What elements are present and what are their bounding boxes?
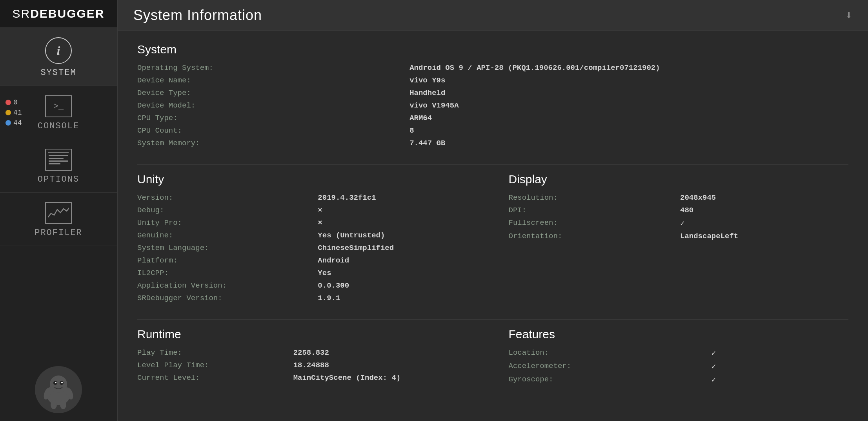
system-section: System Operating System: Android OS 9 / …: [137, 43, 848, 149]
device-model-label: Device Model:: [137, 100, 402, 111]
runtime-section: Runtime Play Time: 2258.832 Level Play T…: [137, 328, 477, 386]
svg-point-9: [60, 400, 66, 409]
display-section: Display Resolution: 2048x945 DPI: 480 Fu…: [509, 173, 849, 304]
sidebar-item-profiler[interactable]: PROFILER: [0, 193, 117, 246]
logo-sr: SR: [12, 7, 30, 20]
unity-info-table: Version: 2019.4.32f1c1 Debug: × Unity Pr…: [137, 192, 477, 304]
display-section-title: Display: [509, 173, 849, 186]
accelerometer-label: Accelerometer:: [509, 361, 704, 372]
main-content: System Information ⬇ System Operating Sy…: [118, 0, 868, 421]
options-row-3: [49, 160, 68, 162]
mascot-icon: [35, 366, 82, 413]
system-section-title: System: [137, 43, 848, 56]
platform-value: Android: [318, 255, 477, 266]
device-name-value: vivo Y9s: [409, 75, 848, 86]
badge-area: 0 41 44: [5, 98, 22, 127]
badge-yellow-count: 41: [13, 109, 22, 117]
unity-version-value: 2019.4.32f1c1: [318, 192, 477, 203]
orientation-label: Orientation:: [509, 231, 673, 242]
main-body: System Operating System: Android OS 9 / …: [118, 31, 868, 421]
badge-red: 0: [5, 98, 22, 106]
location-label: Location:: [509, 347, 704, 359]
sidebar-logo: SRDEBUGGER: [0, 0, 117, 27]
profiler-icon: [45, 202, 72, 224]
device-model-value: vivo V1945A: [409, 100, 848, 111]
svg-point-1: [50, 375, 67, 393]
fullscreen-label: Fullscreen:: [509, 217, 673, 229]
console-icon: >_: [45, 95, 72, 117]
gyroscope-value: ✓: [712, 374, 848, 386]
badge-red-count: 0: [13, 98, 18, 106]
cpu-type-label: CPU Type:: [137, 113, 402, 124]
badge-dot-yellow: [5, 110, 11, 115]
badge-blue-count: 44: [13, 119, 22, 127]
cpu-type-value: ARM64: [409, 113, 848, 124]
device-type-label: Device Type:: [137, 87, 402, 98]
mascot-svg: [39, 370, 78, 409]
resolution-label: Resolution:: [509, 192, 673, 203]
sr-version-value: 1.9.1: [318, 293, 477, 304]
console-prompt-symbol: >_: [53, 102, 64, 111]
system-memory-value: 7.447 GB: [409, 138, 848, 149]
unity-pro-label: Unity Pro:: [137, 217, 310, 228]
orientation-value: LandscapeLeft: [680, 231, 848, 242]
sidebar-item-options-label: OPTIONS: [38, 175, 79, 184]
features-info-table: Location: ✓ Accelerometer: ✓ Gyroscope: …: [509, 347, 849, 386]
device-type-value: Handheld: [409, 87, 848, 98]
svg-point-8: [51, 400, 57, 409]
unity-debug-value: ×: [318, 205, 477, 216]
info-icon: i: [45, 37, 72, 64]
runtime-section-title: Runtime: [137, 328, 477, 341]
sidebar-mascot: [27, 358, 90, 421]
app-version-label: Application Version:: [137, 280, 310, 291]
runtime-info-table: Play Time: 2258.832 Level Play Time: 18.…: [137, 347, 477, 383]
os-label: Operating System:: [137, 62, 402, 73]
badge-dot-red: [5, 100, 11, 105]
system-memory-label: System Memory:: [137, 138, 402, 149]
options-icon-rows: [47, 153, 70, 166]
device-name-label: Device Name:: [137, 75, 402, 86]
fullscreen-value: ✓: [680, 217, 848, 229]
badge-yellow: 41: [5, 109, 22, 117]
current-level-value: MainCityScene (Index: 4): [293, 372, 477, 383]
features-section-title: Features: [509, 328, 849, 341]
page-title: System Information: [133, 7, 262, 24]
il2cpp-label: IL2CPP:: [137, 268, 310, 279]
download-icon[interactable]: ⬇: [845, 8, 852, 23]
sidebar-item-system-label: SYSTEM: [40, 68, 76, 78]
divider-2: [137, 319, 848, 320]
unity-pro-value: ×: [318, 217, 477, 228]
accelerometer-value: ✓: [712, 361, 848, 372]
play-time-label: Play Time:: [137, 347, 286, 358]
sr-version-label: SRDebugger Version:: [137, 293, 310, 304]
options-icon: [45, 149, 72, 171]
sidebar-item-options[interactable]: OPTIONS: [0, 139, 117, 193]
unity-section-title: Unity: [137, 173, 477, 186]
resolution-value: 2048x945: [680, 192, 848, 203]
os-value: Android OS 9 / API-28 (PKQ1.190626.001/c…: [409, 62, 848, 73]
svg-point-4: [55, 382, 56, 383]
level-play-time-label: Level Play Time:: [137, 360, 286, 371]
divider-1: [137, 164, 848, 165]
unity-version-label: Version:: [137, 192, 310, 203]
system-lang-label: System Language:: [137, 242, 310, 253]
cpu-count-label: CPU Count:: [137, 125, 402, 136]
sidebar: SRDEBUGGER i SYSTEM 0 41 44 >_: [0, 0, 118, 421]
unity-section: Unity Version: 2019.4.32f1c1 Debug: × Un…: [137, 173, 477, 304]
dpi-label: DPI:: [509, 205, 673, 216]
profiler-chart: [48, 206, 69, 221]
level-play-time-value: 18.24888: [293, 360, 477, 371]
app-version-value: 0.0.300: [318, 280, 477, 291]
svg-point-5: [61, 382, 63, 383]
genuine-value: Yes (Untrusted): [318, 230, 477, 241]
sidebar-item-console[interactable]: 0 41 44 >_ CONSOLE: [0, 86, 117, 139]
cpu-count-value: 8: [409, 125, 848, 136]
options-row-2: [49, 158, 64, 159]
gyroscope-label: Gyroscope:: [509, 374, 704, 386]
sidebar-item-system[interactable]: i SYSTEM: [0, 28, 117, 86]
sidebar-item-profiler-label: PROFILER: [35, 228, 82, 238]
options-row-1: [49, 155, 68, 156]
badge-dot-blue: [5, 120, 11, 126]
genuine-label: Genuine:: [137, 230, 310, 241]
unity-debug-label: Debug:: [137, 205, 310, 216]
